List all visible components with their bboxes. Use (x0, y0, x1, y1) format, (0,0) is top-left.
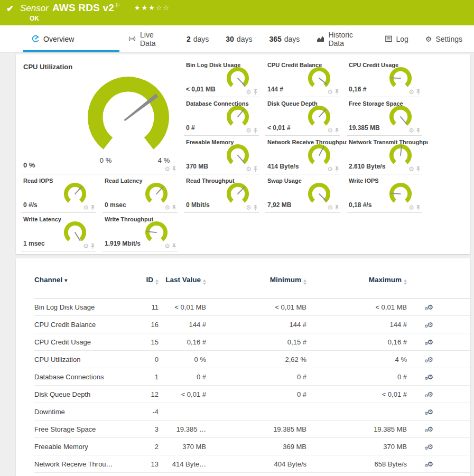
table-row[interactable]: CPU Credit Usage 15 0,16 # 0,15 # 0,16 #… (34, 333, 470, 351)
pin-icon[interactable] (172, 243, 176, 249)
pin-icon[interactable] (253, 166, 258, 172)
gear-icon[interactable]: ⚙ (83, 204, 89, 211)
cell-id: 13 (127, 460, 159, 468)
table-row[interactable]: Disk Queue Depth 12 < 0,01 # 0 # < 0,01 … (34, 386, 470, 403)
pin-icon[interactable] (253, 204, 258, 211)
cell-maximum: < 0,01 MB (306, 303, 407, 311)
channel-settings-button[interactable]: ⚙⚙ (407, 373, 444, 381)
column-header-minimum[interactable]: Minimum (206, 275, 306, 285)
pin-icon[interactable] (334, 127, 339, 134)
table-row[interactable]: CPU Credit Balance 16 144 # 144 # 144 # … (34, 316, 470, 333)
gear-icon[interactable]: ⚙ (83, 243, 89, 249)
tab-30-days[interactable]: 30 days (217, 25, 261, 52)
pin-icon[interactable] (416, 166, 421, 172)
channel-settings-button[interactable]: ⚙⚙ (407, 338, 444, 346)
gear-icon[interactable]: ⚙ (327, 89, 333, 95)
cell-last-value: 144 # (159, 321, 206, 329)
tab-overview[interactable]: Overview (23, 25, 119, 52)
channel-settings-button[interactable]: ⚙⚙ (407, 356, 444, 363)
gear-icon[interactable]: ⚙ (164, 166, 170, 172)
gear-icon[interactable]: ⚙ (246, 166, 252, 172)
gear-icon[interactable]: ⚙ (327, 127, 333, 134)
gauge-value: 144 # (267, 86, 283, 93)
channel-settings-button[interactable]: ⚙⚙ (407, 303, 444, 311)
pin-icon[interactable] (334, 204, 339, 211)
pin-icon[interactable] (416, 204, 421, 211)
gauge-cell-actions: ⚙ (408, 89, 421, 95)
pin-icon[interactable] (334, 166, 339, 172)
column-label: Last Value (165, 276, 201, 284)
table-row[interactable]: Network Receive Throu… 13 414 Byte… 404 … (34, 455, 470, 473)
tab-settings[interactable]: ⚙ Settings (417, 25, 471, 52)
gauge-cell-write-throughput: Write Throughput 1.919 Mbit/s ⚙ (103, 213, 178, 251)
pin-icon[interactable] (90, 204, 95, 211)
gauge-cell-actions: ⚙ (408, 127, 421, 134)
tab-365-days[interactable]: 365 days (261, 25, 308, 52)
pin-icon[interactable] (172, 204, 176, 211)
column-header-last-value[interactable]: Last Value (159, 275, 206, 285)
table-row[interactable]: Downtime -4 ⚙⚙ (34, 403, 470, 421)
cell-channel: CPU Credit Balance (34, 321, 127, 329)
channel-settings-button[interactable]: ⚙⚙ (407, 408, 444, 416)
gear-icon[interactable]: ⚙ (164, 243, 170, 249)
pin-icon[interactable] (172, 166, 176, 172)
channel-settings-button[interactable]: ⚙⚙ (407, 443, 444, 451)
table-row[interactable]: Free Storage Space 3 19.385 … 19.385 MB … (34, 421, 470, 438)
column-header-maximum[interactable]: Maximum (306, 275, 407, 285)
gauge-cell-network-transmit-throughput: Network Transmit Throughput 2.610 Byte/s… (347, 136, 422, 174)
gauge-cell-actions: ⚙ (327, 89, 339, 95)
tab-historic-data[interactable]: Historic Data (308, 25, 377, 52)
pin-icon[interactable] (90, 243, 95, 249)
tab-2-days[interactable]: 2 days (178, 25, 217, 52)
cell-minimum: 19.385 MB (206, 425, 306, 433)
gear-icon[interactable]: ⚙ (164, 204, 170, 211)
channel-settings-button[interactable]: ⚙⚙ (407, 321, 444, 329)
cpu-utilization-gauge-dial (78, 67, 179, 160)
pin-icon[interactable] (416, 89, 421, 95)
cell-channel: Network Receive Throu… (34, 460, 127, 468)
column-header-id[interactable]: ID (127, 275, 159, 285)
gauge-cell-write-iops: Write IOPS 0,18 #/s ⚙ (347, 174, 422, 213)
cell-maximum: 144 # (306, 321, 407, 329)
sensor-header: ✔ SensorAWS RDS v2⚐★★★☆☆ OK (0, 0, 474, 25)
channel-settings-icon: ⚙⚙ (427, 339, 433, 346)
gauge-cell-actions: ⚙ (83, 243, 95, 249)
table-row[interactable]: Bin Log Disk Usage 11 < 0,01 MB < 0,01 M… (34, 298, 470, 316)
cell-maximum: 4 % (306, 356, 407, 363)
channel-settings-icon: ⚙⚙ (427, 461, 433, 468)
cell-last-value: 414 Byte… (159, 460, 206, 468)
pin-icon[interactable] (334, 89, 339, 95)
gauge-dial (387, 103, 414, 128)
pin-icon[interactable] (253, 127, 258, 134)
column-header-channel[interactable]: Channel▾ (34, 275, 127, 285)
pin-icon[interactable] (416, 127, 421, 134)
gear-icon[interactable]: ⚙ (246, 204, 252, 211)
flag-icon[interactable]: ⚐ (115, 2, 120, 8)
gear-icon[interactable]: ⚙ (408, 127, 414, 134)
gauge-value: 0 # (186, 124, 195, 132)
gauge-label: CPU Utilization (23, 63, 72, 71)
gauge-cell-cpu-utilization: CPU Utilization 0 % 4 % 0 % ⚙ (21, 59, 178, 174)
tab-log[interactable]: Log (377, 25, 416, 52)
historic-data-icon (317, 35, 324, 42)
table-row[interactable]: CPU Utilization 0 0 % 2,62 % 4 % ⚙⚙ (34, 351, 470, 368)
tab-label: days (193, 35, 209, 43)
gear-icon[interactable]: ⚙ (408, 204, 414, 211)
channel-settings-button[interactable]: ⚙⚙ (407, 425, 444, 433)
table-row[interactable]: Freeable Memory 2 370 MB 369 MB 370 MB ⚙… (34, 438, 470, 455)
pin-icon[interactable] (253, 89, 258, 95)
gear-icon[interactable]: ⚙ (327, 166, 333, 172)
tab-live-data[interactable]: Live Data (119, 25, 178, 52)
channel-settings-button[interactable]: ⚙⚙ (407, 460, 444, 468)
gear-icon[interactable]: ⚙ (327, 204, 333, 211)
cell-minimum: 0 # (206, 390, 306, 398)
gear-icon[interactable]: ⚙ (408, 166, 414, 172)
gauge-scale-min: 0 % (94, 156, 117, 164)
channel-settings-button[interactable]: ⚙⚙ (407, 390, 444, 398)
gear-icon[interactable]: ⚙ (408, 89, 414, 95)
gear-icon[interactable]: ⚙ (246, 89, 252, 95)
priority-stars[interactable]: ★★★☆☆ (134, 4, 170, 12)
gauge-cell-actions: ⚙ (164, 166, 176, 172)
gear-icon[interactable]: ⚙ (246, 127, 252, 134)
table-row[interactable]: Database Connections 1 0 # 0 # 0 # ⚙⚙ (34, 368, 470, 386)
